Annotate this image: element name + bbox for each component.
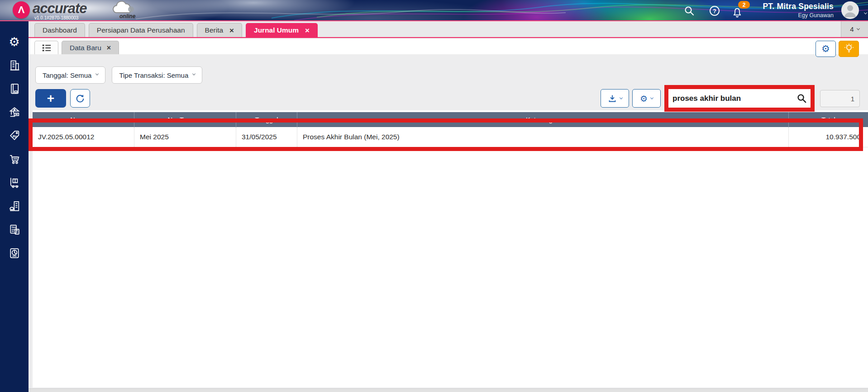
report-pie-chart-icon — [8, 247, 21, 260]
logo-glyph: Λ — [18, 4, 25, 16]
sidebar-item-journal[interactable] — [7, 82, 22, 95]
bank-cash-icon — [8, 106, 21, 118]
building-car-icon — [8, 200, 21, 213]
tab-overflow-count: 4 — [850, 25, 854, 33]
user-name: Egy Gunawan — [763, 12, 834, 19]
close-icon[interactable]: × — [305, 27, 310, 34]
tab-berita[interactable]: Berita× — [197, 23, 242, 37]
journal-book-icon — [8, 82, 21, 95]
shopping-cart-icon — [8, 153, 21, 165]
svg-text:Rp: Rp — [12, 134, 17, 138]
journal-table: Nomor No. Trans Tanggal Keterangan Total… — [33, 112, 868, 147]
content-panel — [33, 110, 868, 387]
filter-transaction-type-dropdown[interactable]: Tipe Transaksi: Semua — [112, 66, 202, 84]
gear-icon: ⚙ — [821, 43, 830, 54]
sort-caret-icon — [93, 118, 96, 121]
table-header-row: Nomor No. Trans Tanggal Keterangan Total — [33, 112, 868, 127]
accurate-online-app: Λ accurate online v1.0.1#2870-1880003 ? … — [0, 0, 868, 392]
filter-date-label: Tanggal: Semua — [43, 71, 91, 79]
close-icon[interactable]: × — [229, 27, 234, 34]
user-avatar[interactable] — [841, 1, 859, 19]
account-chevron-down-icon[interactable] — [864, 8, 867, 16]
status-dot — [128, 6, 134, 12]
search-annotation-box — [664, 85, 815, 112]
list-view-button[interactable] — [34, 41, 58, 54]
chevron-down-icon — [95, 72, 99, 76]
chevron-down-icon — [650, 96, 653, 99]
main-tab-bar: Dashboard Persiapan Data Perusahaan Beri… — [29, 21, 868, 38]
cell-nomor: JV.2025.05.00012 — [33, 127, 134, 147]
tips-button[interactable] — [839, 41, 859, 57]
column-header-no-trans[interactable]: No. Trans — [134, 112, 236, 127]
sidebar-item-settings[interactable]: ⚙ — [7, 35, 22, 48]
chevron-down-icon — [619, 96, 622, 99]
cell-tanggal: 31/05/2025 — [236, 127, 297, 147]
handtruck-box-icon — [8, 176, 21, 189]
notification-count-badge[interactable]: 2 — [738, 1, 750, 9]
plus-icon: + — [47, 92, 54, 105]
sidebar-item-inventory[interactable] — [7, 176, 22, 189]
page-number-box[interactable]: 1 — [820, 90, 860, 107]
cell-total: 10.937.500 — [789, 127, 868, 147]
lightbulb-icon — [844, 43, 854, 55]
table-row[interactable]: JV.2025.05.00012 Mei 2025 31/05/2025 Pro… — [33, 127, 868, 147]
page-settings-button[interactable]: ⚙ — [816, 41, 836, 57]
filter-type-label: Tipe Transaksi: Semua — [119, 71, 188, 79]
column-header-tanggal[interactable]: Tanggal — [236, 112, 297, 127]
refresh-button[interactable] — [70, 89, 90, 108]
column-header-total[interactable]: Total — [789, 112, 868, 127]
tab-overflow-dropdown[interactable]: 4 — [841, 21, 868, 37]
sidebar-item-reports[interactable] — [7, 246, 22, 260]
cell-keterangan: Proses Akhir Bulan (Mei, 2025) — [297, 127, 789, 147]
svg-text:?: ? — [713, 8, 716, 14]
top-header: Λ accurate online v1.0.1#2870-1880003 ? … — [0, 0, 868, 21]
cell-no-trans: Mei 2025 — [134, 127, 236, 147]
company-building-icon — [8, 59, 21, 71]
tab-persiapan-data-perusahaan[interactable]: Persiapan Data Perusahaan — [89, 23, 193, 37]
sidebar-item-fixed-assets[interactable] — [7, 199, 22, 213]
online-cloud-icon: online — [110, 1, 138, 20]
chevron-down-icon — [857, 27, 860, 30]
tab-dashboard[interactable]: Dashboard — [34, 23, 85, 37]
filter-date-dropdown[interactable]: Tanggal: Semua — [35, 66, 105, 84]
svg-text:online: online — [119, 13, 136, 19]
subtab-label: Data Baru — [70, 44, 101, 52]
add-journal-button[interactable]: + — [35, 89, 66, 108]
accurate-logo-icon[interactable]: Λ — [13, 1, 30, 19]
tax-calculator-icon: TAX — [8, 223, 21, 236]
sidebar-item-tax[interactable]: TAX — [7, 223, 22, 236]
sidebar-item-sales[interactable]: Rp — [7, 129, 22, 142]
bottom-scrollbar-strip[interactable] — [29, 388, 868, 392]
subtab-data-baru[interactable]: Data Baru× — [62, 41, 119, 54]
page-number: 1 — [851, 95, 854, 103]
tab-label: Berita — [205, 26, 224, 34]
chevron-down-icon — [192, 72, 196, 76]
sidebar-nav: ⚙ Rp TAX — [0, 21, 29, 392]
close-icon[interactable]: × — [107, 44, 111, 52]
sidebar-item-company[interactable] — [7, 58, 22, 72]
global-search-icon[interactable] — [683, 5, 695, 17]
company-name: PT. Mitra Spesialis — [763, 2, 834, 11]
version-text: v1.0.1#2870-1880003 — [34, 15, 78, 20]
brand-wordmark: accurate — [33, 0, 87, 17]
table-settings-dropdown[interactable]: ⚙ — [632, 89, 661, 108]
column-header-nomor[interactable]: Nomor — [33, 112, 134, 127]
tab-label: Jurnal Umum — [254, 26, 299, 34]
gear-icon: ⚙ — [9, 36, 19, 48]
column-header-keterangan[interactable]: Keterangan — [297, 112, 789, 127]
sort-caret-icon — [199, 118, 202, 121]
sidebar-item-purchases[interactable] — [7, 152, 22, 166]
search-icon[interactable] — [797, 94, 806, 103]
sidebar-item-banking[interactable] — [7, 105, 22, 119]
help-icon[interactable]: ? — [709, 5, 720, 17]
svg-text:TAX: TAX — [11, 226, 17, 229]
search-input[interactable] — [668, 94, 797, 103]
export-download-dropdown[interactable] — [601, 89, 629, 108]
price-tag-rp-icon: Rp — [8, 129, 21, 142]
tab-jurnal-umum[interactable]: Jurnal Umum× — [246, 23, 318, 37]
account-info[interactable]: PT. Mitra Spesialis Egy Gunawan — [763, 2, 834, 19]
tab-label: Dashboard — [43, 26, 77, 34]
sub-tab-bar: Data Baru× — [29, 39, 868, 54]
filter-bar: Tanggal: Semua Tipe Transaksi: Semua — [35, 66, 202, 84]
tab-label: Persiapan Data Perusahaan — [97, 26, 185, 34]
